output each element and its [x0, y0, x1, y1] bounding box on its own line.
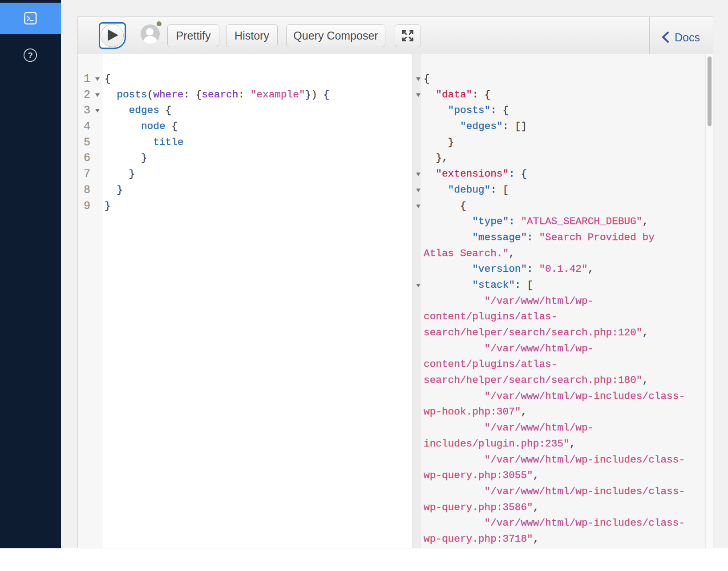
- svg-text:?: ?: [28, 51, 33, 60]
